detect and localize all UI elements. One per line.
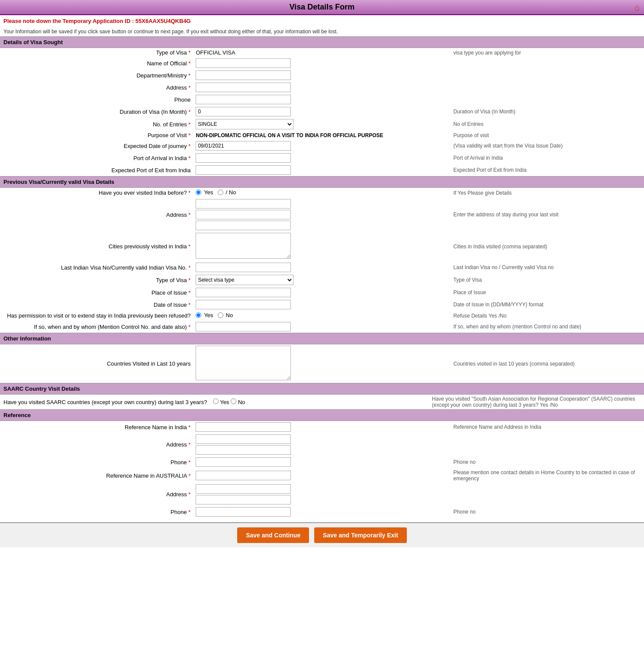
row-countries-visited: Countries Visited in Last 10 years Count… [0,344,644,383]
row-ref-australia-address: Address * [0,483,644,506]
saarc-table: Have you visited SAARC countries (except… [0,395,644,409]
refused-yes-radio[interactable] [196,312,201,318]
row-type-visa-prev: Type of Visa * Select visa type Tourist … [0,273,644,286]
row-exp-journey: Expected Date of journey * (Visa validit… [0,140,644,152]
last-visa-no-input[interactable] [196,263,291,272]
reference-table: Reference Name in India * Reference Name… [0,421,644,518]
row-ref-australia-phone: Phone * Phone no [0,506,644,518]
visited-no-radio[interactable] [218,190,223,195]
prev-address-input-2[interactable] [196,210,291,219]
phone-input[interactable] [196,95,291,104]
saarc-yes-radio[interactable] [213,398,219,404]
address-input[interactable] [196,83,291,92]
row-prev-address: Address * Enter the address of stay duri… [0,198,644,231]
exp-journey-input[interactable] [196,141,291,151]
section-other-info: Other Information [0,333,644,344]
row-type-of-visa: Type of Visa * OFFICIAL VISA visa type y… [0,48,644,57]
row-department: Department/Ministry * [0,69,644,81]
row-place-issue: Place of Issue * Place of Issue [0,286,644,299]
row-saarc: Have you visited SAARC countries (except… [0,395,644,409]
no-entries-select[interactable]: SINGLE DOUBLE MULTIPLE [196,119,293,129]
info-bar: Your Information will be saved if you cl… [0,27,644,36]
ref-australia-input[interactable] [196,471,291,480]
saarc-no-radio[interactable] [231,398,236,404]
row-refused: Has permission to visit or to extend sta… [0,311,644,321]
countries-visited-textarea[interactable] [196,346,291,380]
row-port-arrival: Port of Arrival in India * Port of Arriv… [0,152,644,164]
row-phone: Phone [0,93,644,106]
visited-yes-radio[interactable] [196,190,201,195]
section-reference: Reference [0,409,644,421]
app-id-value: 55X6AAX5U4QKB4G [135,18,191,24]
save-exit-button[interactable]: Save and Temporarily Exit [314,527,407,543]
date-issue-input[interactable] [196,300,291,309]
section-previous-visa: Previous Visa/Currently valid Visa Detai… [0,176,644,188]
row-ref-india: Reference Name in India * Reference Name… [0,421,644,433]
row-ref-australia: Reference Name in AUSTRALIA * Please men… [0,468,644,483]
row-port-exit: Expected Port of Exit from India Expecte… [0,164,644,176]
ref-australia-phone-input[interactable] [196,507,291,517]
ref-india-address-inputs [196,434,448,455]
visa-details-table: Type of Visa * OFFICIAL VISA visa type y… [0,48,644,176]
port-exit-input[interactable] [196,165,291,175]
row-ref-india-address: Address * [0,433,644,456]
section-visa-details: Details of Visa Sought [0,36,644,48]
ref-india-phone-input[interactable] [196,457,291,467]
visited-before-radio-group: Yes / No [196,189,238,196]
app-id-bar: Please note down the Temporary Applicati… [0,15,644,27]
row-refused-when: If so, when and by whom (Mention Control… [0,321,644,333]
type-visa-select[interactable]: Select visa type Tourist Business Offici… [196,275,293,285]
department-input[interactable] [196,71,291,80]
row-address: Address * [0,81,644,93]
refused-radio-group: Yes No [196,312,235,318]
duration-input[interactable] [196,107,291,116]
row-no-entries: No. of Entries * SINGLE DOUBLE MULTIPLE … [0,118,644,131]
ref-australia-address-inputs [196,484,448,504]
row-ref-india-phone: Phone * Phone no [0,456,644,468]
ref-australia-address-2[interactable] [196,495,291,504]
prev-address-input-1[interactable] [196,199,291,209]
row-last-visa-no: Last Indian Visa No/Currently valid Indi… [0,261,644,273]
ref-india-input[interactable] [196,422,291,432]
place-issue-input[interactable] [196,288,291,297]
ref-australia-address-1[interactable] [196,484,291,494]
row-cities: Cities previously visited in India * Cit… [0,231,644,261]
save-continue-button[interactable]: Save and Continue [237,527,309,543]
prev-address-input-3[interactable] [196,221,291,230]
port-arrival-input[interactable] [196,153,291,163]
prev-address-inputs [196,199,448,230]
app-id-label: Please note down the Temporary Applicati… [3,18,134,24]
ref-india-address-2[interactable] [196,445,291,455]
refused-no-radio[interactable] [218,312,223,318]
name-official-input[interactable] [196,58,291,68]
row-name-official: Name of Official * [0,57,644,69]
cities-textarea[interactable] [196,233,291,259]
home-icon[interactable]: ⌂ [634,2,640,12]
row-purpose: Purpose of Visit * NON-DIPLOMATIC OFFICI… [0,131,644,140]
row-date-issue: Date of Issue * Date of Issue in (DD/MM/… [0,299,644,311]
page-title: Visa Details Form [3,3,641,12]
row-duration: Duration of Visa (In Month) * Duration o… [0,106,644,118]
top-bar: Visa Details Form ⌂ [0,0,644,15]
row-visited-before: Have you ever visited India before? * Ye… [0,188,644,198]
section-saarc: SAARC Country Visit Details [0,383,644,395]
other-info-table: Countries Visited in Last 10 years Count… [0,344,644,383]
previous-visa-table: Have you ever visited India before? * Ye… [0,188,644,333]
ref-india-address-1[interactable] [196,434,291,444]
refused-when-input[interactable] [196,322,291,331]
bottom-bar: Save and Continue Save and Temporarily E… [0,522,644,547]
